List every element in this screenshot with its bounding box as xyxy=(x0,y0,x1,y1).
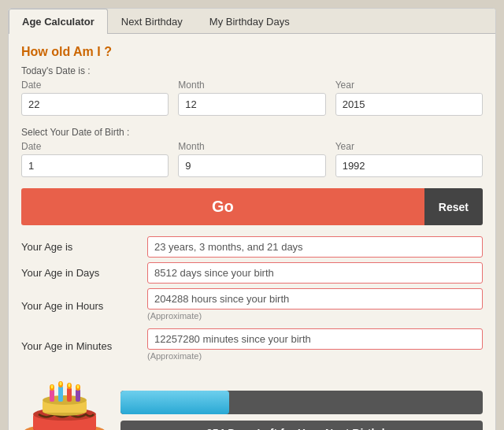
minutes-result-input[interactable] xyxy=(147,328,483,350)
hours-result-wrap: (Approximate) xyxy=(147,288,483,324)
birthday-section: 254 Days Left for Your Next Birthday xyxy=(21,375,483,430)
dob-date-input[interactable] xyxy=(21,154,169,177)
progress-bar-fill xyxy=(120,391,229,414)
age-result-input[interactable] xyxy=(147,236,483,258)
hours-result-input[interactable] xyxy=(147,288,483,310)
dob-month-field: Month xyxy=(178,141,325,177)
today-year-input[interactable] xyxy=(335,93,483,116)
hours-result-label: Your Age in Hours xyxy=(21,300,147,312)
tab-age-calculator[interactable]: Age Calculator xyxy=(9,9,108,34)
minutes-approx-note: (Approximate) xyxy=(147,351,483,361)
hours-approx-note: (Approximate) xyxy=(147,311,483,321)
progress-bar-container xyxy=(120,391,483,414)
tab-next-birthday[interactable]: Next Birthday xyxy=(108,9,196,34)
tab-my-birthday-days[interactable]: My Birthday Days xyxy=(196,9,303,34)
today-date-field: Date xyxy=(21,80,169,116)
svg-rect-11 xyxy=(67,387,72,402)
today-month-input[interactable] xyxy=(178,93,325,116)
today-year-field: Year xyxy=(335,80,483,116)
today-date-input[interactable] xyxy=(21,93,169,116)
days-result-wrap xyxy=(147,262,483,284)
main-content: How old Am I ? Today's Date is : Date Mo… xyxy=(9,34,495,430)
age-result-wrap xyxy=(147,236,483,258)
birthday-days-box: 254 Days Left for Your Next Birthday xyxy=(120,421,483,430)
minutes-result-row: Your Age in Minutes (Approximate) xyxy=(21,328,483,364)
days-result-input[interactable] xyxy=(147,262,483,284)
svg-point-18 xyxy=(60,382,62,386)
days-result-label: Your Age in Days xyxy=(21,267,147,279)
svg-point-17 xyxy=(51,385,54,389)
go-button[interactable]: Go xyxy=(21,188,424,225)
dob-date-label: Date xyxy=(21,141,169,152)
dob-year-label: Year xyxy=(335,141,483,152)
reset-button[interactable]: Reset xyxy=(424,188,483,225)
dob-label: Select Your Date of Birth : xyxy=(21,127,483,138)
action-buttons: Go Reset xyxy=(21,188,483,225)
dob-date-field: Date xyxy=(21,141,169,177)
minutes-result-label: Your Age in Minutes xyxy=(21,340,147,352)
svg-point-20 xyxy=(77,385,80,389)
dob-month-input[interactable] xyxy=(178,154,325,177)
app-container: Age Calculator Next Birthday My Birthday… xyxy=(8,8,496,430)
today-month-label: Month xyxy=(178,80,325,91)
tab-bar: Age Calculator Next Birthday My Birthday… xyxy=(9,9,495,34)
today-label: Today's Date is : xyxy=(21,65,483,76)
page-title: How old Am I ? xyxy=(21,45,483,59)
hours-result-row: Your Age in Hours (Approximate) xyxy=(21,288,483,324)
birthday-right: 254 Days Left for Your Next Birthday xyxy=(120,391,483,430)
svg-point-19 xyxy=(69,384,71,387)
today-date-label: Date xyxy=(21,80,169,91)
today-month-field: Month xyxy=(178,80,325,116)
today-date-group: Date Month Year xyxy=(21,80,483,116)
svg-rect-12 xyxy=(76,389,80,402)
svg-rect-9 xyxy=(50,389,54,402)
today-year-label: Year xyxy=(335,80,483,91)
minutes-result-wrap: (Approximate) xyxy=(147,328,483,364)
age-result-label: Your Age is xyxy=(21,241,147,253)
dob-year-input[interactable] xyxy=(335,154,483,177)
dob-year-field: Year xyxy=(335,141,483,177)
days-result-row: Your Age in Days xyxy=(21,262,483,284)
cake-icon xyxy=(21,375,108,430)
dob-month-label: Month xyxy=(178,141,325,152)
age-result-row: Your Age is xyxy=(21,236,483,258)
svg-rect-10 xyxy=(58,386,63,402)
dob-date-group: Date Month Year xyxy=(21,141,483,177)
